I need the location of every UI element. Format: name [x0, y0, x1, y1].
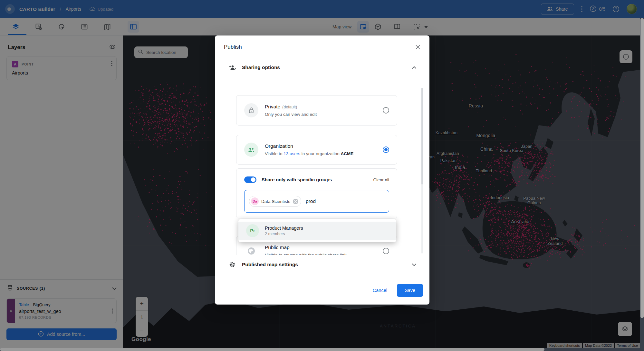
app-window: CARTO Builder / Airports Updated Sha [0, 0, 644, 351]
public-description: Visible to anyone with the public share … [265, 253, 376, 255]
group-chip-avatar: Da [251, 197, 259, 205]
group-sharing-panel: Share only with specific groups Clear al… [236, 168, 397, 218]
page-horizontal-scrollbar[interactable] [0, 348, 644, 351]
public-radio[interactable] [383, 248, 389, 254]
published-map-settings-section[interactable]: Published map settings [215, 261, 429, 268]
modal-scrollbar-thumb[interactable] [421, 88, 423, 185]
chip-close-icon[interactable] [293, 199, 298, 204]
suggestion-product-managers[interactable]: Pr Product Managers 2 members [238, 222, 396, 240]
organization-title: Organization [265, 143, 376, 149]
chevron-down-icon[interactable] [412, 263, 417, 266]
private-title: Private [265, 104, 280, 109]
specific-groups-toggle[interactable] [244, 176, 256, 183]
private-description: Only you can view and edit [265, 112, 376, 117]
globe-icon [244, 244, 258, 255]
sharing-options-label: Sharing options [242, 65, 412, 70]
group-suggestions-dropdown: Pr Product Managers 2 members [238, 219, 396, 242]
groups-input-value: prod [306, 198, 316, 204]
private-radio[interactable] [383, 107, 389, 114]
page-vertical-scrollbar[interactable] [640, 18, 644, 348]
people-icon [244, 143, 258, 157]
person-add-icon [229, 65, 237, 70]
specific-groups-label: Share only with specific groups [262, 177, 373, 182]
publish-modal: Publish Sharing options [215, 35, 429, 305]
suggestion-name: Product Managers [265, 226, 303, 231]
published-map-settings-label: Published map settings [242, 262, 412, 267]
chevron-up-icon[interactable] [412, 66, 417, 69]
suggestion-member-count: 2 members [265, 232, 303, 236]
sharing-options-section[interactable]: Sharing options [215, 65, 429, 70]
suggestion-avatar: Pr [246, 224, 259, 237]
sharing-options-scroll-area[interactable]: Private(default) Only you can view and e… [215, 86, 429, 255]
organization-radio[interactable] [383, 146, 389, 153]
group-chip-data-scientists[interactable]: Da Data Scientists [249, 196, 301, 207]
organization-desc-prefix: Visible to [265, 151, 283, 156]
private-default-tag: (default) [282, 105, 297, 109]
groups-search-input[interactable]: Da Data Scientists prod [244, 190, 389, 213]
cancel-button[interactable]: Cancel [373, 288, 387, 293]
option-organization[interactable]: Organization Visible to 13 users in your… [236, 135, 397, 165]
lock-icon [244, 103, 258, 117]
users-link[interactable]: 13 users [284, 151, 300, 156]
clear-all-button[interactable]: Clear all [373, 177, 389, 182]
organization-desc-mid: in your organization [302, 151, 340, 156]
public-title: Public map [265, 245, 376, 250]
group-chip-label: Data Scientists [261, 199, 290, 204]
close-icon[interactable] [415, 44, 421, 50]
gear-icon [229, 261, 237, 268]
modal-title: Publish [224, 44, 242, 50]
save-button[interactable]: Save [397, 284, 423, 297]
option-private[interactable]: Private(default) Only you can view and e… [236, 95, 397, 125]
organization-name: ACME [341, 151, 353, 156]
